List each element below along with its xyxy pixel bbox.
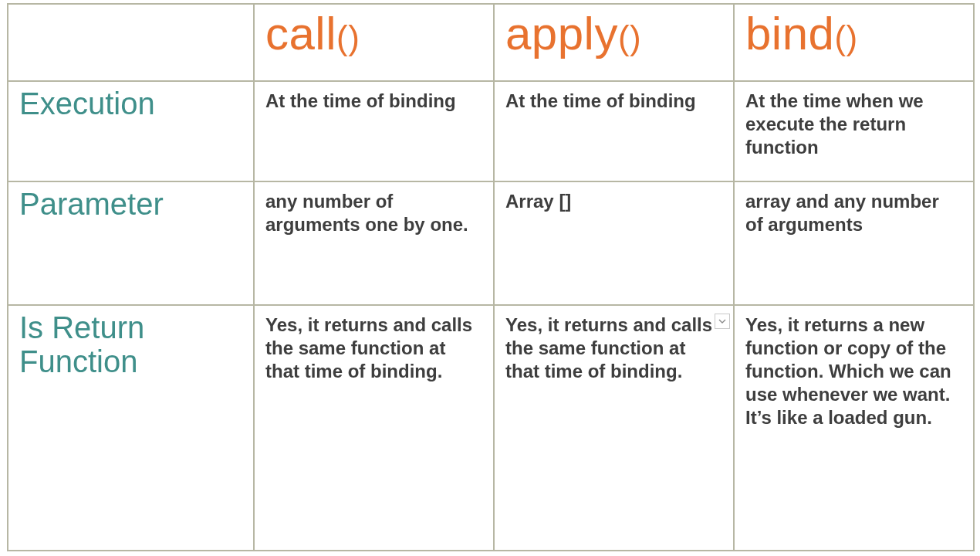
bind-name: bind — [745, 8, 834, 59]
cell-execution-call: At the time of binding — [254, 81, 494, 181]
table-header-row: call() apply() bind() — [8, 4, 974, 81]
cell-return-bind: Yes, it returns a new function or copy o… — [734, 305, 974, 551]
comparison-table: call() apply() bind() Execution — [7, 3, 975, 551]
row-parameter-label: Parameter — [8, 182, 253, 221]
call-parens: () — [336, 19, 360, 56]
header-apply: apply() — [494, 4, 734, 81]
row-execution: Execution At the time of binding At the … — [8, 81, 974, 181]
row-execution-label: Execution — [8, 82, 253, 120]
call-name: call — [265, 8, 336, 59]
header-empty-cell — [8, 4, 254, 81]
apply-parens: () — [618, 19, 641, 56]
row-execution-label-cell: Execution — [8, 81, 254, 181]
chevron-down-icon[interactable] — [715, 314, 730, 329]
row-parameter: Parameter any number of arguments one by… — [8, 181, 974, 305]
cell-execution-bind: At the time when we execute the return f… — [734, 81, 974, 181]
row-return: Is Return Function Yes, it returns and c… — [8, 305, 974, 551]
header-bind: bind() — [734, 4, 974, 81]
row-parameter-label-cell: Parameter — [8, 181, 254, 305]
cell-parameter-apply: Array [] — [494, 181, 734, 305]
apply-name: apply — [505, 8, 618, 59]
row-return-label: Is Return Function — [8, 306, 253, 378]
comparison-table-holder: call() apply() bind() Execution — [7, 3, 973, 551]
row-return-label-cell: Is Return Function — [8, 305, 254, 551]
cell-return-apply: Yes, it returns and calls the same funct… — [494, 305, 734, 551]
cell-parameter-bind: array and any number of arguments — [734, 181, 974, 305]
cell-execution-apply: At the time of binding — [494, 81, 734, 181]
cell-return-call: Yes, it returns and calls the same funct… — [254, 305, 494, 551]
bind-parens: () — [834, 19, 857, 56]
header-call: call() — [254, 4, 494, 81]
cell-parameter-call: any number of arguments one by one. — [254, 181, 494, 305]
